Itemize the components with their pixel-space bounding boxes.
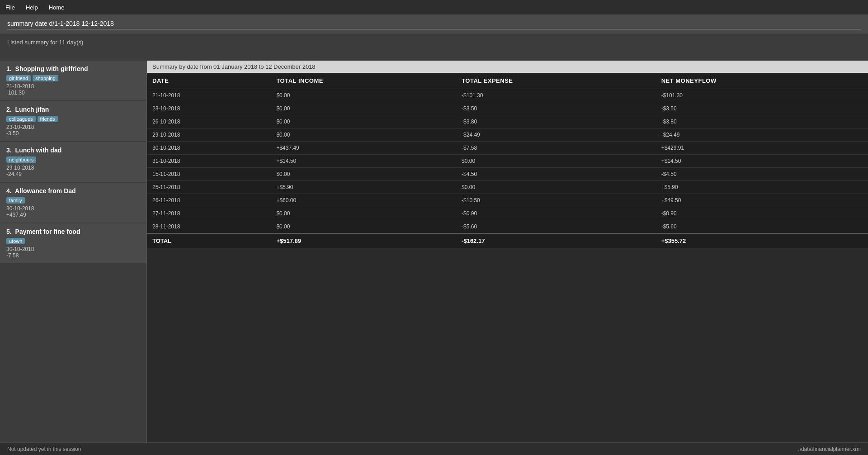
- transaction-list: 1. Shopping with girlfriendgirlfriendsho…: [0, 61, 147, 442]
- summary-table: DATETOTAL INCOMETOTAL EXPENSENET MONEYFL…: [147, 73, 868, 248]
- transaction-tags: family: [6, 197, 140, 204]
- table-cell: +$437.49: [271, 142, 456, 155]
- table-column-header: TOTAL INCOME: [271, 73, 456, 89]
- table-cell: -$24.49: [456, 128, 656, 142]
- menu-help[interactable]: Help: [24, 3, 40, 12]
- list-item[interactable]: 2. Lunch jifancolleaguesfriends23-10-201…: [0, 101, 146, 142]
- list-item[interactable]: 1. Shopping with girlfriendgirlfriendsho…: [0, 61, 146, 101]
- table-column-header: NET MONEYFLOW: [656, 73, 868, 89]
- table-cell: 27-11-2018: [147, 207, 271, 220]
- table-row: 15-11-2018$0.00-$4.50-$4.50: [147, 168, 868, 181]
- table-cell: $0.00: [271, 168, 456, 181]
- transaction-date: 29-10-2018: [6, 165, 140, 171]
- transaction-amount: -7.58: [6, 252, 140, 259]
- table-cell: $0.00: [271, 115, 456, 128]
- table-total-cell: -$162.17: [456, 233, 656, 248]
- transaction-title: 4. Allowance from Dad: [6, 187, 140, 194]
- tag-label[interactable]: family: [6, 197, 25, 204]
- table-cell: +$5.90: [271, 181, 456, 194]
- table-total-row: TOTAL+$517.89-$162.17+$355.72: [147, 233, 868, 248]
- table-row: 26-10-2018$0.00-$3.80-$3.80: [147, 115, 868, 128]
- table-total-cell: +$355.72: [656, 233, 868, 248]
- statusbar-right: .\data\financialplanner.xml: [798, 446, 861, 452]
- tag-label[interactable]: shopping: [33, 75, 58, 81]
- command-input[interactable]: [7, 18, 861, 29]
- table-cell: -$3.80: [456, 115, 656, 128]
- table-row: 21-10-2018$0.00-$101.30-$101.30: [147, 89, 868, 102]
- table-column-header: DATE: [147, 73, 271, 89]
- table-row: 29-10-2018$0.00-$24.49-$24.49: [147, 128, 868, 142]
- list-item[interactable]: 5. Payment for fine foodutown30-10-2018-…: [0, 223, 146, 264]
- table-cell: -$101.30: [656, 89, 868, 102]
- table-cell: -$5.60: [656, 220, 868, 234]
- table-row: 31-10-2018+$14.50$0.00+$14.50: [147, 155, 868, 168]
- table-cell: -$4.50: [456, 168, 656, 181]
- menubar: File Help Home: [0, 0, 868, 14]
- transaction-title: 1. Shopping with girlfriend: [6, 65, 140, 72]
- transaction-tags: utown: [6, 238, 140, 244]
- table-cell: -$3.50: [656, 102, 868, 115]
- transaction-amount: +437.49: [6, 212, 140, 218]
- table-cell: -$5.60: [456, 220, 656, 234]
- transaction-date: 21-10-2018: [6, 83, 140, 90]
- statusbar-left: Not updated yet in this session: [7, 446, 81, 452]
- table-cell: 30-10-2018: [147, 142, 271, 155]
- transaction-title: 2. Lunch jifan: [6, 106, 140, 113]
- table-cell: -$0.90: [456, 207, 656, 220]
- summary-panel: Summary by date from 01 January 2018 to …: [147, 61, 868, 442]
- transaction-date: 30-10-2018: [6, 246, 140, 252]
- main-content: 1. Shopping with girlfriendgirlfriendsho…: [0, 61, 868, 442]
- table-cell: 28-11-2018: [147, 220, 271, 234]
- transaction-amount: -3.50: [6, 130, 140, 137]
- transaction-amount: -24.49: [6, 171, 140, 177]
- table-row: 25-11-2018+$5.90$0.00+$5.90: [147, 181, 868, 194]
- table-cell: 29-10-2018: [147, 128, 271, 142]
- tag-label[interactable]: colleagues: [6, 116, 36, 122]
- table-cell: +$5.90: [656, 181, 868, 194]
- table-total-cell: +$517.89: [271, 233, 456, 248]
- tag-label[interactable]: utown: [6, 238, 25, 244]
- list-item[interactable]: 4. Allowance from Dadfamily30-10-2018+43…: [0, 183, 146, 223]
- transaction-tags: girlfriendshopping: [6, 75, 140, 81]
- table-cell: $0.00: [271, 102, 456, 115]
- transaction-tags: neighbours: [6, 156, 140, 163]
- transaction-amount: -101.30: [6, 90, 140, 96]
- table-cell: -$7.58: [456, 142, 656, 155]
- table-cell: -$101.30: [456, 89, 656, 102]
- transaction-title: 5. Payment for fine food: [6, 228, 140, 235]
- tag-label[interactable]: neighbours: [6, 156, 36, 163]
- table-cell: $0.00: [271, 207, 456, 220]
- summary-area: Listed summary for 11 day(s): [0, 33, 868, 61]
- table-header-row: DATETOTAL INCOMETOTAL EXPENSENET MONEYFL…: [147, 73, 868, 89]
- table-cell: -$24.49: [656, 128, 868, 142]
- table-cell: $0.00: [456, 181, 656, 194]
- table-row: 26-11-2018+$60.00-$10.50+$49.50: [147, 194, 868, 207]
- transaction-tags: colleaguesfriends: [6, 116, 140, 122]
- transaction-date: 23-10-2018: [6, 124, 140, 130]
- table-header-bar: Summary by date from 01 January 2018 to …: [147, 61, 868, 73]
- table-cell: +$60.00: [271, 194, 456, 207]
- table-cell: $0.00: [271, 128, 456, 142]
- table-cell: +$49.50: [656, 194, 868, 207]
- tag-label[interactable]: girlfriend: [6, 75, 31, 81]
- table-cell: $0.00: [271, 220, 456, 234]
- command-area: [0, 14, 868, 33]
- table-cell: +$14.50: [656, 155, 868, 168]
- transaction-title: 3. Lunch with dad: [6, 147, 140, 154]
- table-cell: -$0.90: [656, 207, 868, 220]
- table-row: 23-10-2018$0.00-$3.50-$3.50: [147, 102, 868, 115]
- table-cell: -$10.50: [456, 194, 656, 207]
- table-cell: 31-10-2018: [147, 155, 271, 168]
- summary-text: Listed summary for 11 day(s): [7, 39, 83, 46]
- table-cell: -$3.50: [456, 102, 656, 115]
- table-cell: -$3.80: [656, 115, 868, 128]
- menu-home[interactable]: Home: [47, 3, 66, 12]
- table-cell: 21-10-2018: [147, 89, 271, 102]
- list-item[interactable]: 3. Lunch with dadneighbours29-10-2018-24…: [0, 142, 146, 183]
- tag-label[interactable]: friends: [38, 116, 58, 122]
- table-cell: 15-11-2018: [147, 168, 271, 181]
- table-cell: 25-11-2018: [147, 181, 271, 194]
- menu-file[interactable]: File: [4, 3, 17, 12]
- transaction-date: 30-10-2018: [6, 205, 140, 212]
- table-cell: $0.00: [456, 155, 656, 168]
